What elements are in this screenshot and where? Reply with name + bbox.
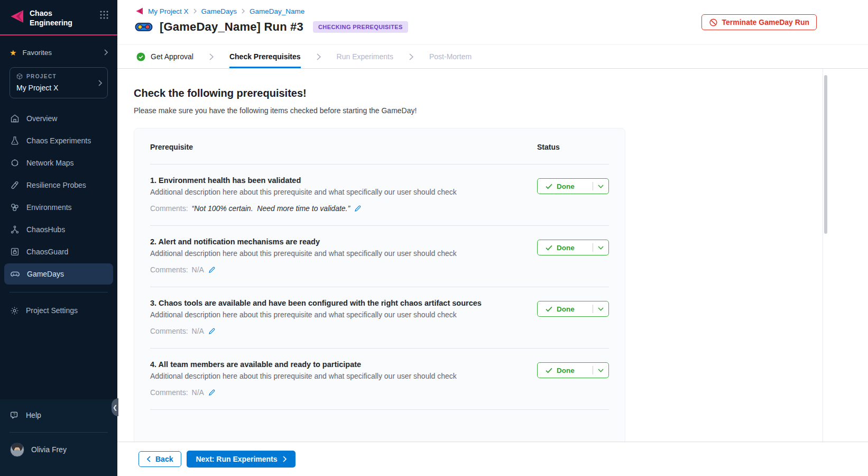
user-name: Olivia Frey	[31, 445, 67, 454]
project-label: PROJECT	[26, 74, 57, 79]
sidebar-item-label: GameDays	[27, 270, 64, 278]
scrollbar-thumb[interactable]	[824, 75, 827, 234]
check-icon	[546, 306, 552, 312]
chevron-right-icon	[242, 8, 245, 14]
comments-label: Comments:	[150, 388, 188, 397]
step-post-mortem[interactable]: Post-Mortem	[429, 45, 472, 68]
next-run-experiments-button[interactable]: Next: Run Experiments	[187, 451, 295, 468]
content-heading: Check the following prerequisites!	[134, 87, 868, 99]
prerequisite-description: Additional description here about this p…	[150, 249, 516, 258]
chevron-right-icon	[98, 80, 102, 86]
step-run-experiments[interactable]: Run Experiments	[337, 45, 393, 68]
sidebar-item-chaoshubs[interactable]: ChaosHubs	[4, 219, 113, 240]
sidebar-item-label: Overview	[26, 114, 57, 123]
chaos-logo-icon	[135, 7, 143, 15]
help-chat-icon: ?	[10, 411, 19, 420]
user-profile-item[interactable]: Olivia Frey	[0, 438, 117, 461]
sidebar-item-overview[interactable]: Overview	[4, 108, 113, 129]
home-icon	[10, 114, 20, 123]
sidebar-item-chaos-experiments[interactable]: Chaos Experiments	[4, 130, 113, 151]
step-check-prerequisites[interactable]: Check Prerequisites	[229, 45, 301, 68]
chevron-right-icon	[104, 49, 108, 56]
sidebar-item-label: Chaos Experiments	[26, 136, 91, 145]
environments-icon	[10, 203, 20, 212]
scrollbar-track	[823, 69, 823, 442]
chevron-down-icon[interactable]	[593, 246, 608, 250]
favorites-item[interactable]: ★ Favorites	[0, 46, 117, 59]
edit-pencil-icon[interactable]	[354, 205, 362, 212]
edit-pencil-icon[interactable]	[208, 327, 216, 335]
status-done-button[interactable]: Done	[537, 178, 609, 194]
sidebar-item-gamedays[interactable]: GameDays	[4, 263, 113, 285]
status-done-button[interactable]: Done	[537, 362, 609, 378]
star-icon: ★	[10, 49, 16, 57]
check-icon	[546, 184, 552, 189]
sidebar-item-label: Resilience Probes	[26, 181, 86, 189]
prohibit-icon	[709, 18, 718, 27]
prerequisite-description: Additional description here about this p…	[150, 188, 516, 196]
sidebar-item-resilience-probes[interactable]: Resilience Probes	[4, 175, 113, 196]
chaos-logo-icon	[8, 8, 24, 24]
content-subheading: Please make sure you have the following …	[134, 106, 868, 115]
check-icon	[546, 245, 552, 251]
table-header: Prerequisite Status	[150, 129, 609, 164]
edit-pencil-icon[interactable]	[208, 266, 216, 273]
main-area: My Project X GameDays GameDay_Name [Game…	[117, 0, 868, 476]
help-label: Help	[26, 411, 41, 419]
favorites-label: Favorites	[22, 49, 52, 57]
step-get-approval[interactable]: Get Approval	[136, 45, 193, 68]
comments-value: N/A	[192, 266, 204, 274]
project-name: My Project X	[16, 84, 101, 92]
chevron-right-icon	[193, 8, 197, 14]
sidebar-nav: Overview Chaos Experiments Network Map	[0, 108, 117, 285]
brand: Chaos Engineering	[8, 8, 109, 28]
sidebar-bottom-section: ? Help Olivia Frey	[0, 399, 117, 476]
sidebar-item-label: Environments	[26, 203, 72, 212]
check-circle-icon	[136, 52, 145, 61]
comments-value: “Not 100% certain. Need more time to val…	[192, 204, 350, 213]
prerequisite-description: Additional description here about this p…	[150, 372, 516, 380]
breadcrumb-gameday-name[interactable]: GameDay_Name	[250, 7, 304, 15]
sidebar-item-label: ChaosGuard	[26, 248, 68, 256]
breadcrumb-gamedays[interactable]: GameDays	[201, 7, 237, 15]
status-done-button[interactable]: Done	[537, 240, 609, 255]
svg-text:?: ?	[13, 413, 15, 417]
sidebar-item-network-maps[interactable]: Network Maps	[4, 152, 113, 173]
chevron-right-icon	[209, 45, 214, 68]
module-grid-icon[interactable]	[99, 10, 109, 20]
sidebar-item-project-settings[interactable]: Project Settings	[4, 300, 113, 321]
chevron-down-icon[interactable]	[593, 185, 608, 188]
sidebar-item-environments[interactable]: Environments	[4, 197, 113, 218]
sidebar-collapse-handle[interactable]: ❮	[112, 398, 118, 416]
table-row: 1. Environment health has been validated…	[150, 164, 609, 226]
gamepad-icon	[10, 269, 20, 279]
status-badge: CHECKING PREREQUISITES	[313, 21, 408, 33]
page-title: [GameDay_Name] Run #3	[160, 20, 303, 34]
column-prerequisite: Prerequisite	[150, 143, 537, 151]
chevron-down-icon[interactable]	[593, 307, 608, 311]
run-stepper: Get Approval Check Prerequisites Run Exp…	[117, 44, 868, 69]
table-row: 4. All team members are available and re…	[150, 349, 609, 410]
edit-pencil-icon[interactable]	[208, 389, 216, 396]
comments-value: N/A	[192, 388, 204, 397]
sidebar-item-chaosguard[interactable]: ChaosGuard	[4, 241, 113, 262]
help-item[interactable]: ? Help	[0, 406, 117, 425]
comments-value: N/A	[192, 327, 204, 335]
project-selector[interactable]: PROJECT My Project X	[10, 67, 108, 98]
sidebar-divider	[10, 292, 108, 292]
sidebar-item-label: Network Maps	[26, 159, 73, 167]
breadcrumb-project[interactable]: My Project X	[148, 7, 189, 15]
chevron-down-icon[interactable]	[593, 369, 608, 372]
chevron-right-icon	[409, 45, 413, 68]
status-done-button[interactable]: Done	[537, 301, 609, 317]
sidebar-divider	[10, 432, 108, 433]
sidebar-item-label: Project Settings	[26, 306, 78, 315]
page-header: My Project X GameDays GameDay_Name [Game…	[117, 0, 868, 44]
table-row: 2. Alert and notification mechanisms are…	[150, 226, 609, 287]
check-icon	[546, 368, 552, 373]
avatar	[10, 443, 24, 457]
prerequisites-card: Prerequisite Status 1. Environment healt…	[134, 128, 625, 442]
back-button[interactable]: Back	[138, 451, 181, 467]
terminate-gameday-button[interactable]: Terminate GameDay Run	[701, 14, 817, 30]
gamepad-color-icon	[135, 21, 153, 33]
